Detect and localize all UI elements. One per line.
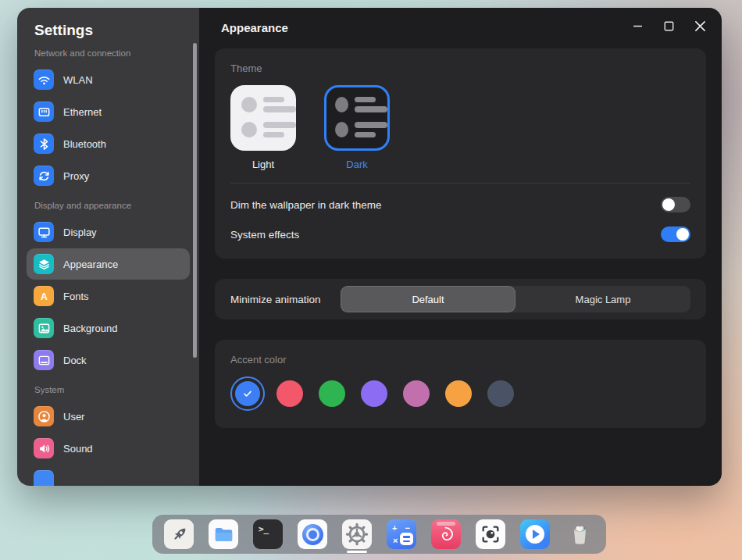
sidebar-item-partial[interactable]	[27, 465, 190, 486]
minimize-animation-label: Minimize animation	[230, 294, 341, 305]
theme-option-light[interactable]: Light	[230, 85, 296, 170]
layers-icon	[34, 254, 54, 274]
sidebar-scrollbar[interactable]	[193, 43, 197, 358]
accent-color-card: Accent color	[215, 340, 706, 428]
sidebar-item-background[interactable]: Background	[27, 312, 190, 344]
dock-icon	[34, 350, 54, 370]
user-icon	[34, 406, 54, 426]
display-icon	[34, 222, 54, 242]
sidebar-item-dock[interactable]: Dock	[27, 344, 190, 376]
sidebar-item-sound[interactable]: Sound	[27, 433, 190, 464]
page-title: Appearance	[221, 21, 631, 34]
app-title: Settings	[34, 22, 190, 39]
sidebar-section-label: System	[34, 385, 182, 394]
theme-option-label: Dark	[346, 159, 367, 170]
dock-item-app-store[interactable]	[431, 519, 461, 549]
accent-color-swatches	[230, 376, 690, 417]
check-icon	[241, 387, 254, 400]
window-controls	[631, 21, 706, 34]
maximize-button[interactable]	[662, 21, 675, 34]
segment-default[interactable]: Default	[341, 286, 515, 312]
close-button[interactable]	[694, 21, 706, 34]
accent-color-dot	[487, 380, 514, 407]
wifi-icon	[34, 70, 54, 90]
dock-item-launcher[interactable]	[164, 519, 194, 549]
sidebar-item-label: Appearance	[63, 259, 118, 270]
theme-preview-light	[230, 85, 296, 151]
titlebar: Appearance	[199, 8, 722, 47]
ethernet-icon	[34, 102, 54, 122]
sidebar-item-ethernet[interactable]: Ethernet	[27, 96, 190, 127]
setting-label: System effects	[230, 229, 299, 241]
setting-row-system-effects: System effects	[230, 221, 690, 248]
svg-text:A: A	[41, 291, 48, 301]
dim-wallpaper-toggle[interactable]	[661, 197, 690, 212]
gear-icon	[345, 523, 369, 546]
camera-brackets-icon	[480, 523, 501, 545]
dock-item-file-manager[interactable]	[209, 519, 238, 549]
sidebar-item-user[interactable]: User	[27, 401, 190, 432]
swirl-icon	[437, 525, 456, 544]
minimize-animation-segmented: DefaultMagic Lamp	[341, 286, 690, 312]
accent-swatch-blue[interactable]	[230, 376, 265, 411]
accent-color-dot	[276, 380, 303, 407]
theme-option-label: Light	[252, 159, 274, 170]
settings-window: Settings Network and connectionWLANEther…	[17, 8, 722, 486]
sidebar: Settings Network and connectionWLANEther…	[17, 8, 199, 486]
accent-swatch-purple[interactable]	[357, 376, 391, 411]
segment-magic-lamp[interactable]: Magic Lamp	[515, 286, 690, 312]
minimize-icon	[633, 21, 643, 34]
dock-item-screenshot[interactable]	[476, 519, 505, 549]
accent-swatch-gray[interactable]	[483, 376, 518, 411]
rocket-icon	[169, 524, 190, 545]
dock-item-media-player[interactable]	[520, 519, 550, 549]
maximize-icon	[664, 21, 674, 34]
sidebar-item-bluetooth[interactable]: Bluetooth	[27, 128, 190, 159]
system-effects-toggle[interactable]	[661, 226, 690, 242]
sidebar-item-label: Dock	[63, 355, 87, 366]
sidebar-item-appearance[interactable]: Appearance	[27, 248, 190, 280]
sidebar-item-label: Fonts	[63, 291, 89, 302]
accent-swatch-red[interactable]	[273, 376, 307, 411]
accent-color-dot	[235, 381, 260, 406]
dock-item-terminal[interactable]: >_	[253, 519, 283, 549]
terminal-prompt-icon: >_	[259, 524, 269, 534]
dock-item-settings[interactable]	[342, 519, 372, 549]
image-icon	[34, 318, 54, 338]
sidebar-item-label: User	[63, 411, 84, 423]
accent-swatch-green[interactable]	[315, 376, 349, 411]
toggle-rows: Dim the wallpaper in dark themeSystem ef…	[230, 191, 690, 248]
theme-card: Theme LightDark Dim the wallpaper in dar…	[215, 48, 706, 259]
accent-swatch-orange[interactable]	[441, 376, 476, 411]
accent-color-dot	[361, 380, 387, 407]
trash-can-icon	[568, 523, 592, 547]
plus-icon: +	[392, 523, 397, 533]
equals-icon	[400, 533, 413, 545]
sidebar-item-label: Proxy	[63, 170, 89, 182]
partial-icon	[34, 470, 54, 486]
setting-label: Dim the wallpaper in dark theme	[230, 199, 382, 211]
browser-globe-icon	[302, 524, 323, 545]
sidebar-item-proxy[interactable]: Proxy	[27, 160, 190, 191]
dock-item-calculator[interactable]: +−×	[387, 519, 416, 549]
sidebar-item-wlan[interactable]: WLAN	[27, 64, 190, 95]
dock-item-trash[interactable]	[565, 519, 594, 549]
accent-color-dot	[445, 380, 472, 407]
sidebar-item-display[interactable]: Display	[27, 216, 190, 248]
close-icon	[694, 20, 706, 34]
toggle-knob	[676, 228, 689, 241]
accent-swatch-magenta[interactable]	[399, 376, 433, 411]
accent-color-dot	[319, 380, 345, 407]
accent-color-dot	[403, 380, 430, 407]
sidebar-item-label: Bluetooth	[63, 138, 106, 150]
setting-row-dim-wallpaper: Dim the wallpaper in dark theme	[230, 191, 690, 218]
minimize-button[interactable]	[631, 21, 644, 34]
dock-item-browser[interactable]	[298, 519, 327, 549]
proxy-icon	[34, 166, 54, 186]
active-app-indicator	[347, 551, 367, 553]
theme-option-dark[interactable]: Dark	[324, 85, 390, 170]
sidebar-item-fonts[interactable]: AFonts	[27, 280, 190, 312]
sidebar-item-label: Background	[63, 323, 117, 334]
fonts-icon: A	[34, 286, 54, 306]
minimize-animation-card: Minimize animation DefaultMagic Lamp	[215, 279, 706, 319]
